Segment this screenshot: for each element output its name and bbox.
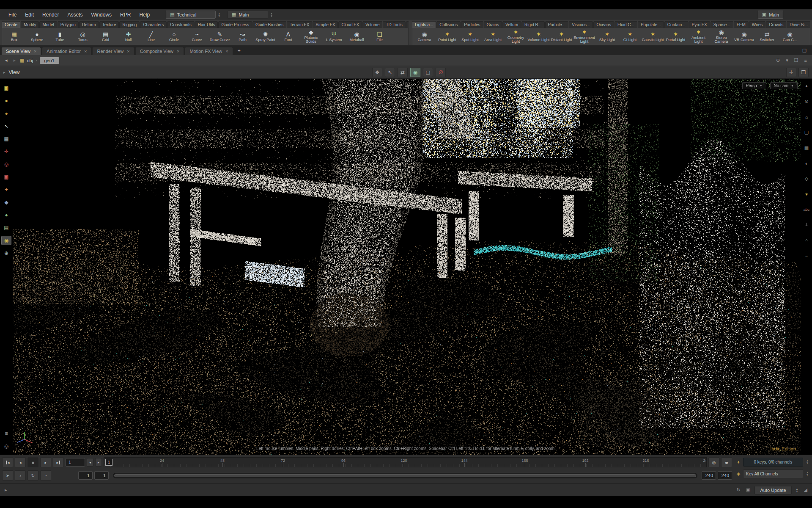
radial-menu-selector[interactable]: ▣ Main <box>758 11 783 19</box>
view-tool-icon[interactable]: ◉ <box>2 236 11 245</box>
add-pane-tab-button[interactable]: + <box>234 47 244 55</box>
view-options-icon[interactable]: ≡ <box>805 253 808 258</box>
shelf-tab-td-tools[interactable]: TD Tools <box>383 21 405 28</box>
pane-layout-icon[interactable]: ❒ <box>798 47 811 55</box>
no-snap-icon[interactable]: ∅ <box>436 68 446 77</box>
shelf-tab-constraints[interactable]: Constraints <box>167 21 195 28</box>
close-tab-icon[interactable]: × <box>127 49 129 54</box>
shelf-tab-deform[interactable]: Deform <box>79 21 99 28</box>
key-icon[interactable]: ♦ <box>735 459 741 464</box>
key-mode-dropdown[interactable]: Key All Channels <box>743 469 803 478</box>
forward-icon[interactable]: ▸ <box>12 57 18 64</box>
pose-tool-icon[interactable]: ✦ <box>2 185 11 194</box>
shelf-tool-stereo-camera[interactable]: ◉Stereo Camera <box>710 28 732 44</box>
scoped-channels-icon[interactable]: ➤ <box>2 470 13 480</box>
shelf-tool-camera[interactable]: ◉Camera <box>413 28 436 44</box>
global-end-field[interactable]: 240 <box>718 471 732 480</box>
close-tab-icon[interactable]: × <box>34 49 36 54</box>
swap-arrows-icon[interactable]: ⇄ <box>398 68 408 77</box>
range-slider-bar[interactable] <box>114 474 696 477</box>
shelf-tab-texture[interactable]: Texture <box>99 21 119 28</box>
shelf-tab-polygon[interactable]: Polygon <box>58 21 79 28</box>
prims-mode-icon[interactable]: ● <box>2 109 11 118</box>
key-mode-stepper[interactable]: ▲▼ <box>805 471 810 476</box>
current-frame-field[interactable]: 1 <box>66 458 85 467</box>
shelf-tab-collisions[interactable]: Collisions <box>436 21 461 28</box>
current-frame-marker[interactable]: 1 <box>105 459 112 466</box>
update-mode-stepper[interactable]: ▲▼ <box>795 488 800 493</box>
next-key-button[interactable]: ▸ <box>95 458 102 467</box>
scale-handle-icon[interactable]: ▣ <box>2 173 11 181</box>
shelf-tab-model[interactable]: Model <box>39 21 57 28</box>
interrupt-icon[interactable]: ▣ <box>745 487 752 493</box>
desktop-tab[interactable]: ▦ Main <box>228 11 268 19</box>
shelf-tab-rigid-b[interactable]: Rigid B... <box>521 21 545 28</box>
viewport-canvas[interactable] <box>13 79 801 455</box>
cook-icon[interactable]: ↻ <box>735 487 742 493</box>
pan-playbar-icon[interactable]: ◂▸ <box>721 457 732 467</box>
shelf-tool-portal-light[interactable]: ✶Portal Light <box>664 28 687 44</box>
pane-tab-composite-view[interactable]: Composite View× <box>135 47 184 55</box>
select-arrow-icon[interactable]: ↖ <box>2 122 11 130</box>
shelf-tab-vellum[interactable]: Vellum <box>502 21 521 28</box>
pane-tab-render-view[interactable]: Render View× <box>92 47 134 55</box>
shelf-tool-tube[interactable]: ▮Tube <box>49 28 71 44</box>
shelf-tab-fluid-c[interactable]: Fluid C... <box>614 21 637 28</box>
realtime-toggle-icon[interactable]: ↻ <box>27 470 38 480</box>
camera-dropdown[interactable]: No cam ▼ <box>770 82 798 89</box>
keyframe-icon[interactable]: ◈ <box>735 471 741 477</box>
menu-rpr[interactable]: RPR <box>116 11 135 19</box>
normals-icon[interactable]: ⊥ <box>804 222 809 227</box>
menu-file[interactable]: File <box>4 11 21 19</box>
shelf-tab-particles[interactable]: Particles <box>461 21 483 28</box>
shelf-tool-switcher[interactable]: ⇄Switcher <box>756 28 778 44</box>
shelf-tab-sparse[interactable]: Sparse... <box>710 21 733 28</box>
shelf-tab-crowds[interactable]: Crowds <box>766 21 786 28</box>
shelf-tab-[interactable]: + <box>406 21 409 28</box>
shelf-tool-draw-curve[interactable]: ✎Draw Curve <box>208 28 231 44</box>
stop-button[interactable]: ■ <box>27 457 38 467</box>
shelf-tool-line[interactable]: ╱Line <box>140 28 162 44</box>
desktop-selector[interactable]: ▤ Technical <box>166 11 216 19</box>
shelf-tool-box[interactable]: ▦Box <box>3 28 25 44</box>
shelf-tool-sky-light[interactable]: ✶Sky Light <box>596 28 618 44</box>
pane-menu-icon[interactable]: ≡ <box>803 58 809 63</box>
wireframe-icon[interactable]: ◇ <box>805 176 808 182</box>
abc-marker-icon[interactable]: abc <box>804 207 810 212</box>
secure-selection-icon[interactable]: ▦ <box>2 135 11 143</box>
breadcrumb-context[interactable]: obj <box>27 58 33 63</box>
shelf-tool-caustic-light[interactable]: ✶Caustic Light <box>642 28 664 44</box>
close-tab-icon[interactable]: × <box>84 49 87 54</box>
shelf-tab-guide-process[interactable]: Guide Process <box>218 21 252 28</box>
shelf-tab-create[interactable]: Create <box>2 21 20 28</box>
frame-view-icon[interactable]: ▢ <box>804 130 809 135</box>
shelf-tab-simple-fx[interactable]: Simple FX <box>313 21 338 28</box>
display-options-icon[interactable]: ≡ <box>2 429 11 438</box>
timeline-ruler[interactable]: 1 24487296120144168192216240 <box>104 457 707 467</box>
shelf-tab-cloud-fx[interactable]: Cloud FX <box>338 21 362 28</box>
pin-view-icon[interactable]: ⊙ <box>804 99 808 104</box>
shelf-tool-file[interactable]: ❏File <box>368 28 391 44</box>
link-toggle-icon[interactable]: ◉ <box>410 68 420 77</box>
layout-icon[interactable]: ❖ <box>372 68 382 77</box>
shading-mode-icon[interactable]: ◐ <box>805 161 808 166</box>
shelf-tool-platonic-solids[interactable]: ◆Platonic Solids <box>300 28 322 44</box>
zoom-playbar-icon[interactable]: ◎ <box>708 457 719 467</box>
desktop-tab-stepper[interactable]: ▲▼ <box>269 12 274 17</box>
select-cursor-icon[interactable]: ↖ <box>385 68 395 77</box>
shelf-tab-characters[interactable]: Characters <box>140 21 167 28</box>
path-pin-icon[interactable]: ⊙ <box>774 58 782 63</box>
pane-tab-scene-view[interactable]: Scene View× <box>1 47 41 55</box>
shelf-tab-fem[interactable]: FEM <box>734 21 749 28</box>
objects-icon[interactable]: ▣ <box>2 84 11 92</box>
menu-render[interactable]: Render <box>38 11 63 19</box>
shelf-tab-volume[interactable]: Volume <box>362 21 382 28</box>
lighting-icon[interactable]: ✶ <box>804 192 808 197</box>
menu-edit[interactable]: Edit <box>21 11 38 19</box>
shelf-tab-modify[interactable]: Modify <box>21 21 39 28</box>
playback-range-slider[interactable] <box>113 473 697 478</box>
points-mode-icon[interactable]: ● <box>2 97 11 105</box>
sculpt-tool-icon[interactable]: ● <box>2 211 11 219</box>
audio-panel-icon[interactable]: ♪ <box>15 470 26 480</box>
prev-key-button[interactable]: ◂ <box>87 458 93 467</box>
